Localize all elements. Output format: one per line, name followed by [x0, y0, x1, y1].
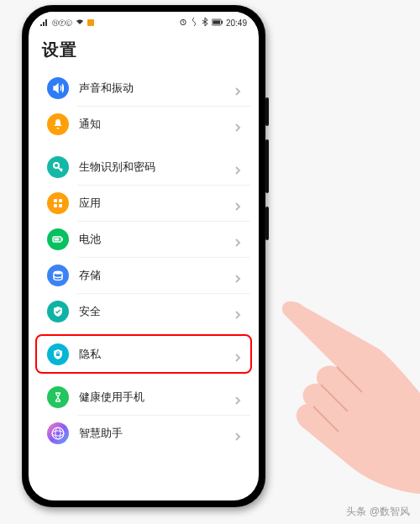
hourglass-icon [47, 386, 69, 408]
settings-group-4: 健康使用手机 智慧助手 [37, 379, 250, 451]
chevron-right-icon [234, 429, 242, 438]
status-signal-icon [40, 18, 49, 28]
grid-icon [47, 192, 69, 214]
chevron-right-icon [234, 393, 242, 401]
status-nfc-icon: ⓃⒻⒸ [52, 18, 72, 28]
svg-rect-13 [56, 354, 60, 356]
settings-row-notify[interactable]: 通知 [37, 106, 250, 142]
chevron-right-icon [234, 84, 242, 92]
settings-row-biometric[interactable]: 生物识别和密码 [37, 149, 250, 185]
side-button-1 [265, 97, 269, 126]
settings-label: 通知 [79, 117, 234, 132]
chevron-right-icon [234, 307, 242, 316]
settings-label: 声音和振动 [79, 81, 234, 96]
vibrate-icon [190, 18, 198, 28]
status-time: 20:49 [226, 18, 247, 28]
pointing-hand-illustration [244, 280, 420, 499]
settings-list[interactable]: 声音和振动 通知 [29, 70, 259, 451]
settings-group-1: 声音和振动 通知 [37, 70, 250, 142]
speaker-icon [47, 77, 69, 99]
side-button-3 [265, 207, 269, 240]
svg-point-14 [52, 427, 64, 439]
settings-row-apps[interactable]: 应用 [37, 185, 250, 221]
svg-rect-7 [54, 204, 57, 207]
settings-row-battery[interactable]: 电池 [37, 221, 250, 257]
watermark-text: 头条 @数智风 [346, 505, 410, 519]
shield-lock-icon [47, 343, 69, 365]
svg-rect-11 [55, 238, 60, 240]
page-title: 设置 [29, 32, 259, 70]
settings-row-privacy[interactable]: 隐私 [37, 336, 250, 372]
settings-label: 健康使用手机 [79, 390, 234, 405]
settings-group-2: 生物识别和密码 应用 电池 [37, 149, 250, 329]
svg-rect-5 [54, 199, 57, 202]
settings-label: 应用 [79, 196, 234, 211]
settings-row-storage[interactable]: 存储 [37, 257, 250, 293]
app-stage: ⓃⒻⒸ [0, 0, 420, 524]
settings-label: 智慧助手 [79, 426, 234, 441]
settings-row-sound[interactable]: 声音和振动 [37, 70, 250, 106]
settings-label: 电池 [79, 232, 234, 247]
chevron-right-icon [234, 120, 242, 128]
settings-row-assistant[interactable]: 智慧助手 [37, 415, 250, 451]
bluetooth-icon [201, 18, 209, 28]
sphere-icon [47, 422, 69, 444]
key-icon [47, 156, 69, 178]
status-right: 20:49 [179, 18, 247, 28]
svg-rect-8 [59, 204, 62, 207]
chevron-right-icon [234, 199, 242, 207]
svg-rect-2 [222, 20, 223, 24]
settings-label: 存储 [79, 268, 234, 283]
settings-row-wellbeing[interactable]: 健康使用手机 [37, 379, 250, 415]
chevron-right-icon [234, 350, 242, 359]
phone-screen: ⓃⒻⒸ [29, 12, 259, 500]
bell-icon [47, 113, 69, 135]
side-button-2 [265, 139, 269, 193]
storage-icon [47, 265, 69, 286]
chevron-right-icon [234, 271, 242, 280]
phone-frame: ⓃⒻⒸ [22, 5, 265, 507]
settings-label: 生物识别和密码 [79, 160, 234, 175]
settings-group-highlight: 隐私 [35, 334, 252, 374]
svg-point-15 [52, 431, 64, 436]
svg-rect-6 [59, 199, 62, 202]
status-wifi-icon [76, 18, 84, 28]
alarm-icon [179, 18, 187, 28]
settings-row-security[interactable]: 安全 [37, 293, 250, 329]
svg-rect-10 [62, 238, 64, 240]
status-bar: ⓃⒻⒸ [29, 12, 259, 32]
shield-check-icon [47, 301, 69, 322]
svg-point-16 [55, 427, 60, 439]
chevron-right-icon [234, 163, 242, 171]
status-extra-icon [87, 19, 94, 26]
svg-point-12 [54, 270, 62, 274]
battery-icon [212, 18, 223, 28]
settings-label: 安全 [79, 304, 234, 319]
status-left: ⓃⒻⒸ [40, 18, 94, 28]
svg-rect-3 [213, 20, 220, 24]
chevron-right-icon [234, 235, 242, 244]
settings-label: 隐私 [79, 347, 234, 362]
battery-icon [47, 228, 69, 250]
